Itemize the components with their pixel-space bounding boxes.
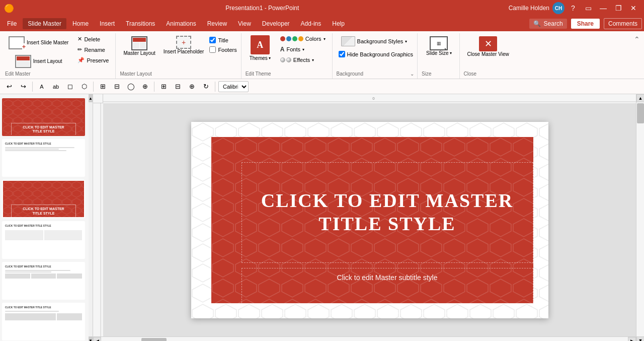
toolbar-sep-3	[154, 82, 154, 92]
title-checkbox-item[interactable]: Title	[208, 36, 237, 44]
fonts-button[interactable]: A Fonts ▾	[277, 44, 329, 54]
rotate-button[interactable]: ↻	[200, 81, 212, 93]
shape-style-button[interactable]: ⬡	[78, 81, 90, 93]
footers-checkbox-item[interactable]: Footers	[208, 46, 237, 53]
insert-slide-master-icon	[9, 36, 25, 49]
scroll-right-button[interactable]: ▶	[628, 337, 636, 341]
redo-button[interactable]: ↪	[17, 81, 29, 93]
menu-home[interactable]: Home	[67, 18, 94, 29]
menu-developer[interactable]: Developer	[257, 18, 295, 29]
share-button[interactable]: Share	[571, 19, 600, 29]
restore-button[interactable]: ❐	[612, 2, 625, 15]
preserve-button[interactable]: 📌 Preserve	[74, 55, 112, 65]
slide-subtitle-box[interactable]: Click to edit Master subtitle style	[242, 268, 533, 313]
slide-thumb-5-inner: CLICK TO EDIT MASTER TITLE STYLE	[3, 263, 84, 300]
footers-checkbox[interactable]	[209, 46, 216, 53]
scroll-down-button[interactable]: ▼	[636, 336, 644, 341]
title-checkbox[interactable]	[209, 37, 216, 43]
master-layout-btns: Master Layout + Insert Placeholder Title	[120, 34, 237, 58]
menu-slide-master[interactable]: Slide Master	[23, 18, 66, 29]
menu-animations[interactable]: Animations	[161, 18, 201, 29]
scroll-v-track	[636, 102, 644, 336]
shape-fill-button[interactable]: ◻	[64, 81, 76, 93]
ruler-h-svg: 0	[103, 94, 644, 103]
colors-button[interactable]: Colors ▾	[277, 34, 329, 43]
panel-scroll-down[interactable]: ▼	[89, 336, 93, 341]
slide-size-button[interactable]: ▦ Slide Size ▾	[422, 34, 456, 58]
ruler-v-svg	[93, 103, 103, 341]
themes-button[interactable]: A Themes ▾	[246, 34, 275, 62]
edit-theme-group-label: Edit Theme	[246, 70, 329, 78]
arrange-button[interactable]: ⊞	[97, 81, 109, 93]
background-expand-icon[interactable]: ⌄	[410, 71, 414, 77]
shapes-button[interactable]: ◯	[125, 81, 137, 93]
menu-transitions[interactable]: Transitions	[121, 18, 160, 29]
slide-5-title: CLICK TO EDIT MASTER TITLE STYLE	[5, 265, 82, 268]
font-color-button[interactable]: A	[36, 81, 48, 93]
horizontal-scrollbar: ◀ ▶	[93, 336, 636, 341]
menu-view[interactable]: View	[233, 18, 256, 29]
close-button[interactable]: ✕	[627, 2, 640, 15]
slide-thumb-5[interactable]: CLICK TO EDIT MASTER TITLE STYLE	[2, 262, 85, 300]
rename-label: Rename	[84, 47, 105, 53]
scroll-v-thumb[interactable]	[637, 103, 644, 123]
title-bar-left: 🟠	[4, 4, 16, 13]
hide-bg-checkbox-item[interactable]: Hide Background Graphics	[337, 50, 414, 58]
scroll-h-thumb[interactable]	[141, 338, 167, 341]
ribbon-collapse-button[interactable]: ⌃	[634, 35, 640, 43]
scroll-left-button[interactable]: ◀	[93, 337, 101, 341]
slide-3-pattern	[3, 181, 84, 218]
search-area[interactable]: 🔍 Search	[529, 19, 567, 29]
minimize-button[interactable]: —	[597, 2, 610, 15]
slide-title-box[interactable]: CLICK TO EDIT MASTER TITLE STYLE	[242, 162, 533, 263]
slide-canvas-wrapper: CLICK TO EDIT MASTER TITLE STYLE Click t…	[103, 103, 636, 336]
select-button[interactable]: ⊟	[111, 81, 123, 93]
preserve-label: Preserve	[87, 57, 109, 63]
effects-button[interactable]: Effects ▾	[277, 55, 329, 64]
slide-1-bg: CLICK TO EDIT MASTERTITLE STYLE	[3, 99, 84, 136]
menu-review[interactable]: Review	[202, 18, 232, 29]
effects-toolbar-button[interactable]: ⊕	[139, 81, 151, 93]
slide-thumb-6[interactable]: CLICK TO EDIT MASTER TITLE STYLE	[2, 303, 85, 340]
undo-button[interactable]: ↩	[3, 81, 15, 93]
delete-button[interactable]: ✕ Delete	[74, 34, 112, 44]
menu-help[interactable]: Help	[327, 18, 350, 29]
menu-file[interactable]: File	[2, 18, 22, 29]
rename-icon: ✏	[77, 46, 82, 53]
panel-scroll-up[interactable]: ▲	[89, 94, 93, 102]
rename-button[interactable]: ✏ Rename	[74, 45, 112, 54]
menu-addins[interactable]: Add-ins	[296, 18, 327, 29]
comments-button[interactable]: Comments	[604, 18, 642, 29]
user-name: Camille Holden	[509, 5, 549, 12]
menu-insert[interactable]: Insert	[95, 18, 120, 29]
distribute-button[interactable]: ⊟	[172, 81, 184, 93]
ribbon-group-edit-master: Insert Slide Master Insert Layout ✕ Dele…	[2, 33, 116, 79]
background-styles-button[interactable]: Background Styles ▾	[337, 34, 414, 48]
group-button[interactable]: ⊕	[186, 81, 198, 93]
help-icon[interactable]: ?	[567, 2, 580, 15]
font-select[interactable]: Calibri	[218, 81, 249, 92]
slide-6-title: CLICK TO EDIT MASTER TITLE STYLE	[5, 306, 82, 309]
slide-thumb-3[interactable]: CLICK TO EDIT MASTERTITLE STYLE	[2, 180, 85, 218]
hide-bg-label: Hide Background Graphics	[347, 51, 413, 57]
title-bar-controls: Camille Holden CH ? ▭ — ❐ ✕	[509, 2, 640, 15]
close-master-view-button[interactable]: ✕ Close Master View	[464, 34, 513, 59]
theme-options-col: Colors ▾ A Fonts ▾ Effects ▾	[277, 34, 329, 64]
edit-master-content: Insert Slide Master Insert Layout ✕ Dele…	[5, 34, 112, 70]
toolbar: ↩ ↪ A ab ◻ ⬡ ⊞ ⊟ ◯ ⊕ ⊞ ⊟ ⊕ ↻ Calibri	[0, 79, 644, 94]
hide-bg-checkbox[interactable]	[339, 51, 345, 57]
insert-layout-button[interactable]: Insert Layout	[5, 53, 72, 70]
slide-thumb-2-inner: CLICK TO EDIT MASTER TITLE STYLE	[3, 140, 84, 177]
slide-thumb-4[interactable]: CLICK TO EDIT MASTER TITLE STYLE	[2, 221, 85, 259]
highlight-button[interactable]: ab	[50, 81, 62, 93]
scroll-up-button[interactable]: ▲	[636, 94, 644, 102]
bg-styles-icon	[341, 36, 355, 46]
canvas-area: 0	[93, 94, 644, 341]
insert-placeholder-button[interactable]: + Insert Placeholder	[161, 34, 207, 56]
slide-thumb-2[interactable]: CLICK TO EDIT MASTER TITLE STYLE	[2, 139, 85, 177]
insert-slide-master-button[interactable]: Insert Slide Master	[5, 34, 72, 51]
align-button[interactable]: ⊞	[157, 81, 170, 93]
master-layout-button[interactable]: Master Layout	[120, 34, 158, 58]
slide-thumb-1[interactable]: CLICK TO EDIT MASTERTITLE STYLE	[2, 98, 85, 136]
ribbon-toggle-button[interactable]: ▭	[582, 2, 595, 15]
